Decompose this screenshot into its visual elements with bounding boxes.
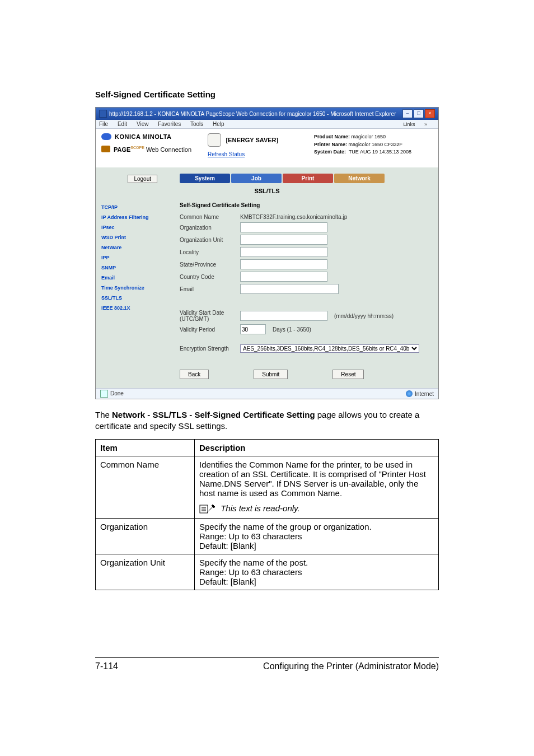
- minimize-button[interactable]: –: [402, 109, 413, 118]
- brand-name: KONICA MINOLTA: [115, 133, 172, 140]
- menu-edit[interactable]: Edit: [118, 121, 127, 127]
- tab-network[interactable]: Network: [334, 174, 385, 183]
- state-label: State/Province: [180, 262, 236, 268]
- validity-period-label: Validity Period: [180, 326, 236, 333]
- country-label: Country Code: [180, 274, 236, 280]
- section-title: Self-Signed Certificate Setting: [95, 90, 439, 99]
- pagescope-icon: [101, 146, 110, 152]
- cell-desc: Specify the name of the post. Range: Up …: [195, 554, 439, 590]
- org-unit-label: Organization Unit: [180, 237, 236, 243]
- zone-text: Internet: [415, 391, 434, 397]
- browser-window: http://192.168.1.2 - KONICA MINOLTA Page…: [95, 107, 439, 399]
- validity-start-hint: (mm/dd/yyyy hh:mm:ss): [334, 313, 394, 319]
- links-chevron-icon[interactable]: »: [424, 122, 427, 127]
- cell-desc: Specify the name of the group or organiz…: [195, 518, 439, 554]
- common-name-value: KMBTCF332F.training.cso.konicaminolta.jp: [240, 214, 347, 220]
- table-row: Organization Unit Specify the name of th…: [96, 554, 439, 590]
- intro-paragraph: The Network - SSL/TLS - Self-Signed Cert…: [95, 409, 439, 432]
- sidebar-item-netware[interactable]: NetWare: [101, 242, 180, 253]
- table-row: Common Name Identifies the Common Name f…: [96, 456, 439, 518]
- validity-period-hint: Days (1 - 3650): [273, 326, 311, 333]
- sidebar-item-ieee8021x[interactable]: IEEE 802.1X: [101, 303, 180, 313]
- sidebar-item-email[interactable]: Email: [101, 273, 180, 283]
- sidebar-item-wsd[interactable]: WSD Print: [101, 232, 180, 242]
- email-input[interactable]: [240, 284, 339, 294]
- submit-button[interactable]: Submit: [254, 370, 288, 379]
- menu-help[interactable]: Help: [213, 121, 224, 127]
- tab-system[interactable]: System: [180, 174, 230, 183]
- sidebar-item-ssltls[interactable]: SSL/TLS: [101, 293, 180, 303]
- status-text: Done: [110, 390, 124, 396]
- cell-desc: Identifies the Common Name for the print…: [195, 456, 439, 518]
- window-title: http://192.168.1.2 - KONICA MINOLTA Page…: [109, 111, 396, 117]
- tab-job[interactable]: Job: [231, 174, 282, 183]
- back-button[interactable]: Back: [180, 370, 209, 379]
- close-button[interactable]: ×: [425, 109, 435, 118]
- links-label[interactable]: Links: [403, 122, 415, 127]
- sidebar-item-snmp[interactable]: SNMP: [101, 263, 180, 273]
- sidebar-item-ipp[interactable]: IPP: [101, 253, 180, 263]
- menu-file[interactable]: File: [99, 121, 108, 127]
- state-input[interactable]: [240, 259, 327, 269]
- encryption-select[interactable]: AES_256bits,3DES_168bits,RC4_128bits,DES…: [240, 344, 419, 353]
- locality-input[interactable]: [240, 247, 327, 257]
- validity-period-input[interactable]: [240, 324, 266, 334]
- cell-item: Organization Unit: [96, 554, 195, 590]
- sidebar-item-tcpip[interactable]: TCP/IP: [101, 202, 180, 212]
- ie-icon: [99, 110, 107, 118]
- description-table: Item Description Common Name Identifies …: [95, 439, 439, 590]
- cell-item: Common Name: [96, 456, 195, 518]
- menu-view[interactable]: View: [137, 121, 149, 127]
- done-icon: [100, 390, 108, 398]
- refresh-status-link[interactable]: Refresh Status: [208, 151, 292, 157]
- org-unit-input[interactable]: [240, 235, 327, 245]
- validity-start-input[interactable]: [240, 311, 327, 321]
- locality-label: Locality: [180, 249, 236, 255]
- statusbar: Done Internet: [96, 388, 438, 399]
- sidebar-item-ipfilter[interactable]: IP Address Filtering: [101, 212, 180, 222]
- globe-icon: [406, 390, 413, 397]
- table-row: Organization Specify the name of the gro…: [96, 518, 439, 554]
- subpage-title: SSL/TLS: [101, 188, 433, 194]
- note-icon: [199, 503, 215, 515]
- footer-title: Configuring the Printer (Administrator M…: [263, 661, 439, 671]
- logout-button[interactable]: Logout: [128, 175, 157, 183]
- sidebar-item-timesync[interactable]: Time Synchronize: [101, 283, 180, 293]
- validity-start-label: Validity Start Date (UTC/GMT): [180, 310, 236, 322]
- cell-item: Organization: [96, 518, 195, 554]
- sidebar: TCP/IP IP Address Filtering IPsec WSD Pr…: [101, 202, 180, 379]
- common-name-label: Common Name: [180, 214, 236, 220]
- km-logo-icon: [101, 133, 111, 140]
- page-footer: 7-114 Configuring the Printer (Administr…: [95, 657, 439, 671]
- energy-status: [ENERGY SAVER]: [226, 137, 278, 143]
- product-info: Product Name: magicolor 1650 Printer Nam…: [314, 133, 411, 157]
- page-header: KONICA MINOLTA PAGESCOPE Web Connection …: [96, 129, 438, 167]
- form-heading: Self-Signed Certificate Setting: [180, 202, 433, 208]
- th-desc: Description: [195, 439, 439, 456]
- organization-input[interactable]: [240, 222, 327, 232]
- encryption-label: Encryption Strength: [180, 346, 236, 352]
- window-titlebar: http://192.168.1.2 - KONICA MINOLTA Page…: [96, 108, 438, 120]
- cell-note: This text is read-only.: [221, 503, 299, 513]
- reset-button[interactable]: Reset: [332, 370, 364, 379]
- menu-favorites[interactable]: Favorites: [158, 121, 181, 127]
- country-input[interactable]: [240, 272, 327, 282]
- tab-print[interactable]: Print: [283, 174, 333, 183]
- page-number: 7-114: [95, 661, 118, 671]
- organization-label: Organization: [180, 225, 236, 231]
- th-item: Item: [96, 439, 195, 456]
- maximize-button[interactable]: □: [414, 109, 424, 118]
- pagescope-text: PAGESCOPE Web Connection: [114, 146, 191, 153]
- email-label: Email: [180, 286, 236, 292]
- menubar: File Edit View Favorites Tools Help Link…: [96, 120, 438, 129]
- printer-status-icon: [208, 133, 221, 147]
- sidebar-item-ipsec[interactable]: IPsec: [101, 222, 180, 232]
- menu-tools[interactable]: Tools: [190, 121, 203, 127]
